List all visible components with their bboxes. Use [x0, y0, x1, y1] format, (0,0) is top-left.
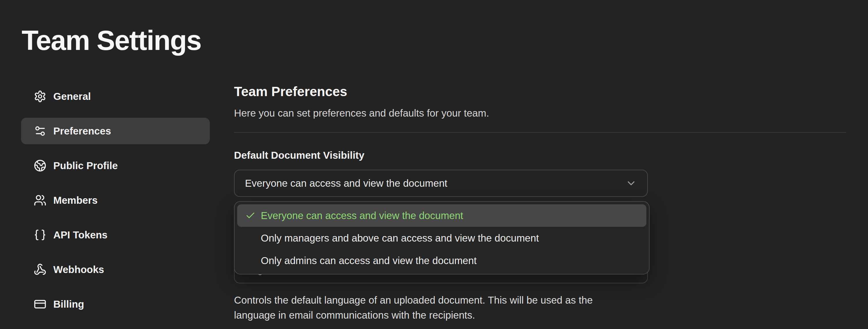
dropdown-option-everyone[interactable]: Everyone can access and view the documen…	[237, 204, 646, 227]
sidebar-item-label: General	[53, 91, 91, 102]
sidebar-item-webhooks[interactable]: Webhooks	[21, 256, 210, 283]
preferences-panel: Team Preferences Here you can set prefer…	[234, 0, 846, 323]
chevron-down-icon	[625, 177, 637, 189]
page-title: Team Settings	[22, 25, 201, 55]
visibility-select-value: Everyone can access and view the documen…	[245, 177, 625, 189]
dropdown-option-managers[interactable]: Only managers and above can access and v…	[237, 227, 646, 249]
credit-card-icon	[34, 298, 46, 310]
settings-sidebar: General Preferences Public Profile Membe…	[21, 83, 210, 326]
visibility-dropdown-menu: Everyone can access and view the documen…	[234, 201, 650, 274]
language-help-text: Controls the default language of an uplo…	[234, 293, 624, 323]
section-divider	[234, 132, 846, 133]
visibility-field-label: Default Document Visibility	[234, 149, 846, 162]
sidebar-item-label: Webhooks	[53, 264, 104, 275]
sidebar-item-label: Billing	[53, 298, 84, 310]
globe-icon	[34, 159, 46, 172]
sidebar-item-label: API Tokens	[53, 229, 107, 241]
sidebar-item-general[interactable]: General	[21, 83, 210, 110]
gear-icon	[34, 90, 46, 103]
sidebar-item-label: Preferences	[53, 125, 111, 137]
sidebar-item-preferences[interactable]: Preferences	[21, 118, 210, 144]
check-icon	[245, 210, 256, 221]
dropdown-option-label: Only admins can access and view the docu…	[261, 255, 477, 266]
dropdown-option-admins[interactable]: Only admins can access and view the docu…	[237, 249, 646, 272]
check-icon	[245, 255, 256, 266]
sliders-icon	[34, 125, 46, 137]
sidebar-item-members[interactable]: Members	[21, 187, 210, 214]
users-icon	[34, 194, 46, 207]
sidebar-item-billing[interactable]: Billing	[21, 291, 210, 318]
sidebar-item-label: Members	[53, 194, 98, 206]
braces-icon	[34, 228, 46, 241]
dropdown-option-label: Everyone can access and view the documen…	[261, 210, 463, 221]
section-heading: Team Preferences	[234, 84, 846, 99]
sidebar-item-public-profile[interactable]: Public Profile	[21, 153, 210, 179]
visibility-select[interactable]: Everyone can access and view the documen…	[234, 170, 648, 197]
section-description: Here you can set preferences and default…	[234, 107, 846, 119]
dropdown-option-label: Only managers and above can access and v…	[261, 232, 539, 244]
sidebar-item-api-tokens[interactable]: API Tokens	[21, 222, 210, 248]
webhook-icon	[34, 263, 46, 276]
sidebar-item-label: Public Profile	[53, 160, 118, 171]
check-icon	[245, 233, 256, 243]
